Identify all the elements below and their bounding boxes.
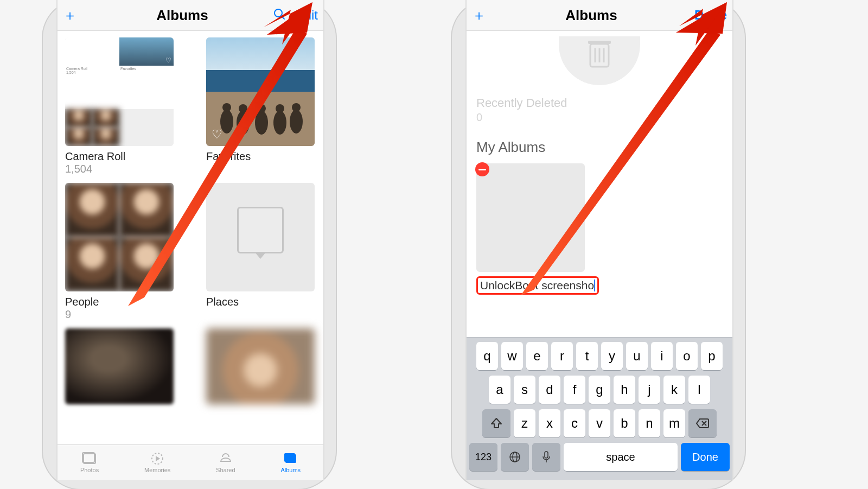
globe-key[interactable] [501, 443, 529, 471]
svg-marker-18 [156, 456, 160, 461]
svg-point-12 [276, 104, 284, 113]
done-button[interactable]: Done [694, 8, 727, 23]
mini-camera-roll-count: 1,504 [66, 71, 118, 74]
key-q[interactable]: q [476, 342, 498, 370]
tab-shared[interactable]: Shared [216, 452, 235, 473]
my-albums-header: My Albums [476, 139, 723, 156]
album-name-input[interactable]: UnlockBoot screensho [476, 276, 599, 295]
keyboard-done-key[interactable]: Done [681, 443, 730, 471]
tab-label: Photos [80, 467, 99, 473]
screen-right: UnlockBoot 09:37 ⊙ 32% ＋ Albums [465, 0, 733, 480]
album-name: People [65, 296, 174, 308]
key-z[interactable]: z [514, 409, 535, 437]
keyboard: qwertyuiop asdfghjkl zxcvbnm 123 [467, 337, 732, 480]
key-t[interactable]: t [576, 342, 598, 370]
search-icon[interactable] [273, 8, 286, 23]
album-count: 1,504 [65, 163, 174, 175]
mic-key[interactable] [532, 443, 560, 471]
edit-content: Recently Deleted 0 My Albums UnlockBoot … [467, 31, 732, 295]
key-x[interactable]: x [539, 409, 560, 437]
key-k[interactable]: k [663, 376, 685, 404]
key-j[interactable]: j [639, 376, 660, 404]
key-g[interactable]: g [589, 376, 610, 404]
screen-left: UnlockBoot 09:36 ⊙ 33% ＋ Albums [56, 0, 324, 480]
add-button[interactable]: ＋ [63, 6, 95, 25]
key-p[interactable]: p [701, 342, 723, 370]
key-v[interactable]: v [589, 409, 610, 437]
key-n[interactable]: n [639, 409, 660, 437]
albums-grid: ♡ Camera Roll1,504 Favorites Camera Roll… [58, 31, 323, 411]
album-people[interactable]: People 9 [65, 183, 174, 321]
backspace-icon [695, 418, 710, 429]
nav-title: Albums [565, 7, 617, 24]
svg-rect-20 [284, 453, 295, 462]
key-b[interactable]: b [614, 409, 635, 437]
key-a[interactable]: a [489, 376, 510, 404]
nav-bar: ＋ Albums Edit [58, 0, 323, 31]
new-album-item[interactable] [476, 163, 585, 272]
key-w[interactable]: w [501, 342, 523, 370]
svg-point-9 [255, 111, 268, 135]
edit-button[interactable]: Edit [296, 8, 318, 23]
key-u[interactable]: u [626, 342, 648, 370]
shift-icon [490, 417, 502, 429]
svg-point-6 [222, 103, 231, 112]
heart-icon: ♡ [212, 128, 222, 142]
recently-deleted-label: Recently Deleted [476, 96, 723, 110]
nav-title: Albums [156, 7, 208, 24]
key-m[interactable]: m [663, 409, 685, 437]
album-camera-roll[interactable]: ♡ Camera Roll1,504 Favorites Camera Roll… [65, 37, 174, 175]
mic-icon [542, 451, 551, 463]
trash-icon [587, 39, 612, 69]
svg-point-13 [290, 110, 303, 134]
key-d[interactable]: d [539, 376, 560, 404]
add-button[interactable]: ＋ [472, 6, 505, 25]
key-h[interactable]: h [614, 376, 635, 404]
album-favorites[interactable]: ♡ Favorites [206, 37, 315, 175]
album-thumb-extra-1[interactable] [65, 328, 174, 404]
album-thumb-extra-2[interactable] [206, 328, 315, 404]
key-s[interactable]: s [514, 376, 535, 404]
backspace-key[interactable] [688, 409, 717, 437]
svg-rect-35 [545, 452, 548, 458]
tab-label: Shared [216, 467, 235, 473]
nav-bar: ＋ Albums Done [467, 0, 732, 31]
tab-label: Memories [144, 467, 170, 473]
svg-rect-28 [588, 41, 611, 44]
album-name: Favorites [206, 150, 315, 163]
recently-deleted-count: 0 [476, 111, 723, 124]
mini-camera-roll-label: Camera Roll [66, 67, 118, 71]
tab-photos[interactable]: Photos [80, 452, 99, 473]
album-count: 9 [65, 308, 174, 321]
album-name: Places [206, 296, 315, 308]
key-o[interactable]: o [676, 342, 698, 370]
key-l[interactable]: l [688, 376, 710, 404]
mini-favorites-label: Favorites [120, 67, 173, 71]
key-y[interactable]: y [601, 342, 623, 370]
space-key[interactable]: space [564, 443, 678, 471]
delete-badge-icon[interactable] [475, 162, 489, 176]
numbers-key[interactable]: 123 [469, 443, 497, 471]
recently-deleted-thumb [559, 36, 640, 85]
album-name: Camera Roll [65, 150, 174, 163]
shift-key[interactable] [482, 409, 510, 437]
key-i[interactable]: i [651, 342, 673, 370]
svg-line-4 [281, 16, 284, 19]
tab-memories[interactable]: Memories [144, 452, 170, 473]
svg-point-8 [239, 104, 247, 113]
album-places[interactable]: Places [206, 183, 315, 321]
phone-left: UnlockBoot 09:36 ⊙ 33% ＋ Albums [43, 0, 336, 489]
tab-label: Albums [280, 467, 301, 473]
globe-icon [509, 451, 521, 463]
key-r[interactable]: r [551, 342, 573, 370]
svg-point-7 [237, 111, 250, 135]
tab-bar: Photos Memories Shared Albums [58, 444, 323, 480]
key-c[interactable]: c [564, 409, 585, 437]
tab-albums[interactable]: Albums [280, 452, 301, 473]
svg-point-14 [292, 103, 301, 112]
svg-point-10 [257, 104, 266, 113]
phone-right: UnlockBoot 09:37 ⊙ 32% ＋ Albums [452, 0, 745, 489]
key-e[interactable]: e [526, 342, 548, 370]
album-name-value: UnlockBoot screensho [480, 279, 594, 291]
key-f[interactable]: f [564, 376, 585, 404]
